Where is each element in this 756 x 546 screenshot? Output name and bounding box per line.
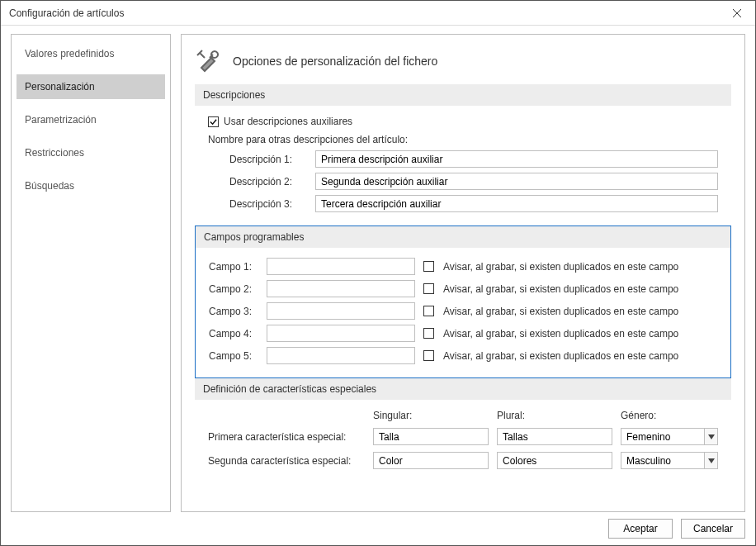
spec-row1-genero-select[interactable] [621,428,718,445]
columns: Valores predefinidos Personalización Par… [11,34,745,512]
dialog-footer: Aceptar Cancelar [11,512,745,539]
campo3-warn-label: Avisar, al grabar, si existen duplicados… [443,306,717,317]
tools-icon [195,48,221,74]
campo1-warn-checkbox[interactable] [423,261,434,272]
check-icon [210,118,217,126]
section-descripciones: Descripciones Usar descripciones auxilia… [195,84,731,226]
campo3-input[interactable] [267,302,415,320]
main-heading-row: Opciones de personalización del fichero [195,48,731,74]
spec-header-plural: Plural: [497,410,612,421]
campo5-warn-checkbox[interactable] [423,350,434,361]
section-especiales: Definición de características especiales… [195,378,731,482]
desc3-label: Descripción 3: [229,198,304,210]
campo2-label: Campo 2: [209,283,258,295]
desc1-label: Descripción 1: [229,154,304,165]
use-aux-row: Usar descripciones auxiliares [208,116,718,127]
campo1-label: Campo 1: [209,261,258,273]
main-heading: Opciones de personalización del fichero [233,55,437,68]
campo4-warn-label: Avisar, al grabar, si existen duplicados… [443,328,717,339]
campo1-warn-label: Avisar, al grabar, si existen duplicados… [443,261,717,273]
close-button[interactable] [718,1,755,26]
ok-button[interactable]: Aceptar [608,519,673,539]
desc-legend: Nombre para otras descripciones del artí… [208,134,718,145]
use-aux-label: Usar descripciones auxiliares [224,116,352,127]
campos-grid: Campo 1: Avisar, al grabar, si existen d… [209,258,717,364]
close-icon [733,9,741,17]
spec-row2-plural[interactable] [497,452,612,469]
campo5-warn-label: Avisar, al grabar, si existen duplicados… [443,350,717,362]
campo4-input[interactable] [267,325,415,342]
campo5-label: Campo 5: [209,350,258,362]
desc2-label: Descripción 2: [229,176,304,188]
desc-grid: Descripción 1: Descripción 2: Descripció… [229,150,718,212]
spec-header-singular: Singular: [373,410,489,421]
main-panel: Opciones de personalización del fichero … [181,34,745,512]
spec-row1-singular[interactable] [373,428,489,445]
svg-marker-3 [708,458,715,463]
spec-row2-label: Segunda característica especial: [208,455,365,467]
sidebar-item-parametrizacion[interactable]: Parametrización [17,107,165,132]
desc2-input[interactable] [315,173,718,190]
campo3-warn-checkbox[interactable] [423,306,434,316]
desc1-input[interactable] [315,150,718,168]
spec-row1-plural[interactable] [497,428,612,445]
desc3-input[interactable] [315,195,718,212]
svg-marker-2 [708,434,715,439]
sidebar-item-valores-predefinidos[interactable]: Valores predefinidos [17,41,165,66]
campo2-warn-label: Avisar, al grabar, si existen duplicados… [443,283,717,295]
campo1-input[interactable] [267,258,415,275]
campo5-input[interactable] [267,347,415,364]
campo4-label: Campo 4: [209,328,258,339]
spec-grid: Singular: Plural: Género: Primera caract… [208,410,718,469]
sidebar-item-personalizacion[interactable]: Personalización [17,74,165,99]
section-header-especiales: Definición de características especiales [195,378,731,400]
section-header-descripciones: Descripciones [195,84,731,106]
use-aux-checkbox[interactable] [208,116,219,127]
titlebar: Configuración de artículos [1,1,755,26]
chevron-down-icon [704,429,717,444]
section-header-campos: Campos programables [196,226,730,248]
spec-header-genero: Género: [621,410,718,421]
spec-row1-label: Primera característica especial: [208,431,365,443]
spec-row2-singular[interactable] [373,452,489,469]
cancel-button[interactable]: Cancelar [681,519,745,539]
sidebar: Valores predefinidos Personalización Par… [11,34,171,512]
dialog-body: Valores predefinidos Personalización Par… [1,26,755,545]
campo2-input[interactable] [267,280,415,297]
campo4-warn-checkbox[interactable] [423,328,434,339]
chevron-down-icon [704,453,717,468]
sidebar-item-busquedas[interactable]: Búsquedas [17,173,165,198]
sidebar-item-restricciones[interactable]: Restricciones [17,140,165,165]
campo3-label: Campo 3: [209,306,258,317]
campo2-warn-checkbox[interactable] [423,283,434,294]
spec-row2-genero-select[interactable] [621,452,718,469]
section-campos-programables: Campos programables Campo 1: Avisar, al … [195,226,731,378]
window-title: Configuración de artículos [9,7,124,19]
